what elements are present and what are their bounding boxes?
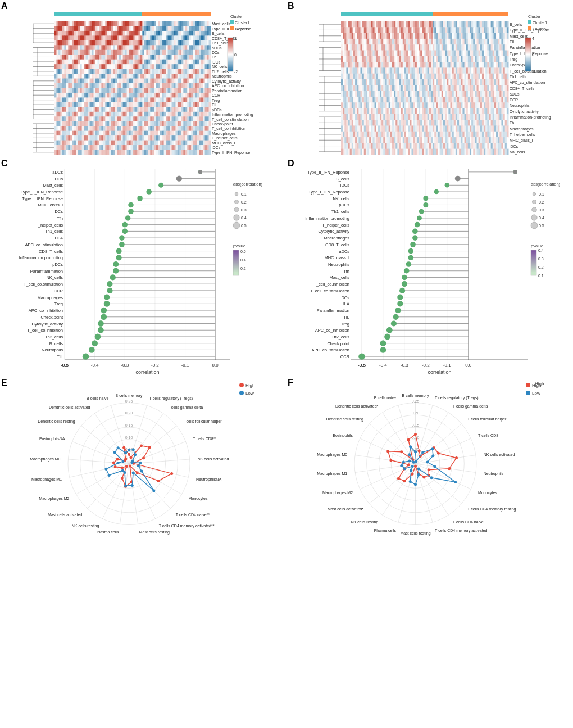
lollipop-c-canvas bbox=[0, 157, 275, 377]
panel-e-label: E bbox=[1, 378, 7, 388]
panel-e: E bbox=[0, 377, 286, 551]
panel-b: B bbox=[286, 0, 573, 157]
panel-d-label: D bbox=[288, 159, 294, 169]
panel-c: C bbox=[0, 157, 275, 377]
heatmap-a-canvas bbox=[0, 0, 275, 157]
radar-e-canvas bbox=[0, 377, 286, 551]
panel-a-label: A bbox=[1, 1, 8, 11]
radar-f-canvas bbox=[286, 377, 573, 551]
panel-a: A bbox=[0, 0, 275, 157]
panel-b-label: B bbox=[288, 1, 294, 11]
heatmap-b-canvas bbox=[286, 0, 573, 157]
panel-c-label: C bbox=[1, 159, 8, 169]
panel-f: F bbox=[286, 377, 573, 551]
panel-d: D bbox=[286, 157, 573, 377]
panel-f-label: F bbox=[288, 378, 293, 388]
lollipop-d-canvas bbox=[286, 157, 573, 377]
